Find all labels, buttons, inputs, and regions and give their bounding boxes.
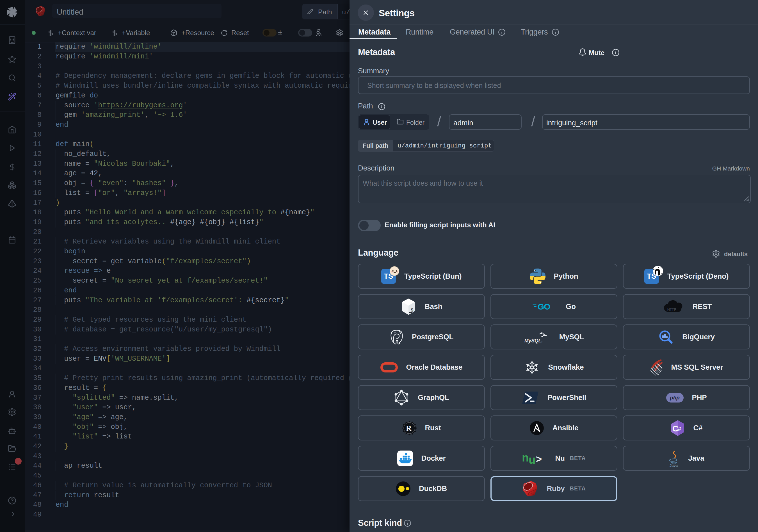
svg-text:GO: GO bbox=[537, 302, 550, 311]
svg-text:Java: Java bbox=[670, 463, 678, 467]
svg-text:MySQL.: MySQL. bbox=[524, 338, 543, 343]
svg-text:C: C bbox=[672, 424, 678, 433]
svg-text:#: # bbox=[678, 426, 681, 432]
svg-text:u: u bbox=[529, 454, 535, 466]
svg-text:R: R bbox=[406, 424, 412, 433]
svg-text:>: > bbox=[536, 453, 542, 465]
svg-text:HTTP: HTTP bbox=[667, 307, 676, 311]
svg-text:n: n bbox=[522, 451, 529, 464]
